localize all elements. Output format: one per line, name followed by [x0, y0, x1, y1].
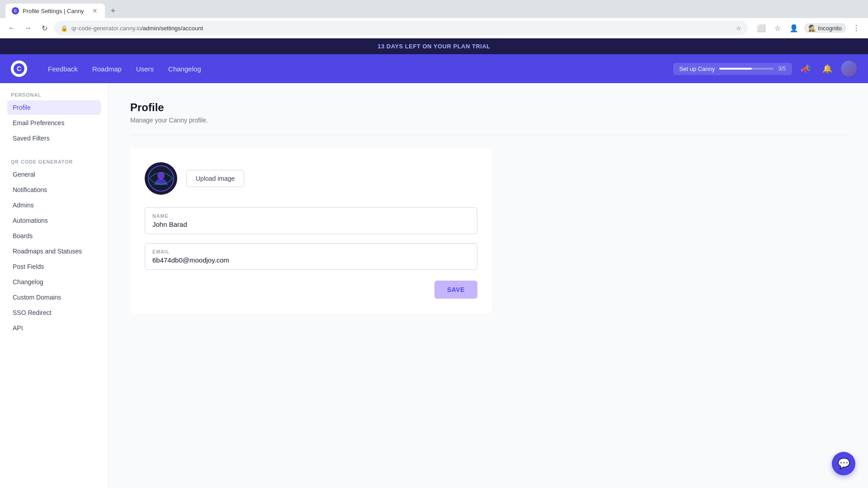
nav-links: Feedback Roadmap Users Changelog	[42, 61, 673, 76]
name-field-container[interactable]: NAME John Barad	[145, 207, 477, 234]
page-title: Profile	[130, 101, 846, 114]
address-bar[interactable]: 🔒 qr-code-generator.canny.io/admin/setti…	[54, 21, 748, 35]
forward-button[interactable]: →	[22, 22, 34, 34]
notifications-button[interactable]: 🔔	[819, 61, 835, 77]
sidebar: PERSONAL Profile Email Preferences Saved…	[0, 83, 108, 488]
avatar-image	[841, 61, 857, 77]
chat-widget-button[interactable]: 💬	[832, 452, 855, 475]
sidebar-item-api[interactable]: API	[7, 321, 101, 335]
nav-changelog[interactable]: Changelog	[162, 61, 208, 76]
profile-icon[interactable]: 👤	[788, 22, 800, 34]
upload-image-button[interactable]: Upload image	[186, 170, 244, 187]
browser-action-buttons: ⬜ ☆ 👤 🕵️ Incognito ⋮	[755, 22, 863, 34]
browser-tab[interactable]: C Profile Settings | Canny ✕	[5, 4, 105, 18]
setup-progress-bar	[719, 68, 774, 70]
top-navigation: Feedback Roadmap Users Changelog Set up …	[0, 54, 868, 83]
canny-logo[interactable]	[11, 61, 27, 77]
setup-canny-label: Set up Canny	[679, 66, 715, 72]
tab-favicon: C	[12, 7, 19, 14]
star-icon[interactable]: ☆	[736, 25, 741, 32]
email-field: EMAIL 6b474db0@moodjoy.com	[145, 243, 477, 270]
nav-feedback[interactable]: Feedback	[42, 61, 84, 76]
email-field-label: EMAIL	[152, 249, 470, 254]
sidebar-item-email-preferences[interactable]: Email Preferences	[7, 116, 101, 130]
bookmark-icon[interactable]: ☆	[771, 22, 784, 34]
user-avatar[interactable]	[841, 61, 857, 77]
email-field-container[interactable]: EMAIL 6b474db0@moodjoy.com	[145, 243, 477, 270]
email-field-value: 6b474db0@moodjoy.com	[152, 256, 470, 264]
sidebar-item-general[interactable]: General	[7, 167, 101, 182]
sidebar-item-saved-filters[interactable]: Saved Filters	[7, 131, 101, 145]
sidebar-section-qr-code: QR CODE GENERATOR General Notifications …	[0, 150, 108, 340]
tab-title: Profile Settings | Canny	[23, 8, 88, 14]
sidebar-item-custom-domains[interactable]: Custom Domains	[7, 290, 101, 305]
main-layout: PERSONAL Profile Email Preferences Saved…	[0, 83, 868, 488]
avatar-upload-area: Upload image	[145, 162, 477, 195]
refresh-button[interactable]: ↻	[38, 22, 51, 34]
save-button[interactable]: SAVE	[434, 281, 477, 299]
setup-progress-fill	[719, 68, 752, 70]
sidebar-item-notifications[interactable]: Notifications	[7, 183, 101, 197]
name-field-value: John Barad	[152, 221, 470, 228]
sidebar-item-profile[interactable]: Profile	[7, 100, 101, 115]
sidebar-item-sso-redirect[interactable]: SSO Redirect	[7, 305, 101, 320]
name-field-label: NAME	[152, 213, 470, 219]
browser-controls: ← → ↻ 🔒 qr-code-generator.canny.io/admin…	[0, 18, 868, 38]
lock-icon: 🔒	[61, 25, 68, 32]
chat-icon: 💬	[838, 458, 850, 469]
announcements-button[interactable]: 📣	[797, 61, 814, 77]
main-content: Profile Manage your Canny profile.	[108, 83, 868, 488]
nav-roadmap[interactable]: Roadmap	[86, 61, 128, 76]
sidebar-item-changelog[interactable]: Changelog	[7, 275, 101, 289]
url-display: qr-code-generator.canny.io/admin/setting…	[71, 25, 732, 32]
sidebar-item-roadmaps-statuses[interactable]: Roadmaps and Statuses	[7, 244, 101, 258]
setup-progress-count: 3/5	[778, 66, 786, 72]
trial-banner: 13 DAYS LEFT ON YOUR PLAN TRIAL	[0, 38, 868, 54]
cast-icon[interactable]: ⬜	[755, 22, 768, 34]
profile-form-section: Upload image NAME John Barad EMAIL 6b474…	[130, 148, 492, 313]
sidebar-item-post-fields[interactable]: Post Fields	[7, 259, 101, 274]
page-subtitle: Manage your Canny profile.	[130, 117, 846, 124]
name-field: NAME John Barad	[145, 207, 477, 234]
personal-section-label: PERSONAL	[7, 92, 101, 98]
sidebar-section-personal: PERSONAL Profile Email Preferences Saved…	[0, 83, 108, 150]
setup-canny-bar[interactable]: Set up Canny 3/5	[673, 63, 792, 75]
sidebar-item-automations[interactable]: Automations	[7, 213, 101, 228]
profile-avatar	[145, 162, 177, 195]
menu-icon[interactable]: ⋮	[850, 22, 863, 34]
nav-right: Set up Canny 3/5 📣 🔔	[673, 61, 857, 77]
sidebar-item-boards[interactable]: Boards	[7, 229, 101, 243]
new-tab-button[interactable]: +	[107, 5, 119, 17]
sidebar-item-admins[interactable]: Admins	[7, 198, 101, 212]
tab-close-button[interactable]: ✕	[91, 7, 99, 14]
logo-inner	[14, 63, 24, 74]
incognito-badge[interactable]: 🕵️ Incognito	[804, 23, 846, 33]
page-header: Profile Manage your Canny profile.	[130, 101, 846, 135]
qr-code-section-label: QR CODE GENERATOR	[7, 159, 101, 164]
back-button[interactable]: ←	[5, 22, 18, 34]
nav-users[interactable]: Users	[130, 61, 160, 76]
incognito-label: Incognito	[818, 25, 842, 32]
form-actions: SAVE	[145, 281, 477, 299]
